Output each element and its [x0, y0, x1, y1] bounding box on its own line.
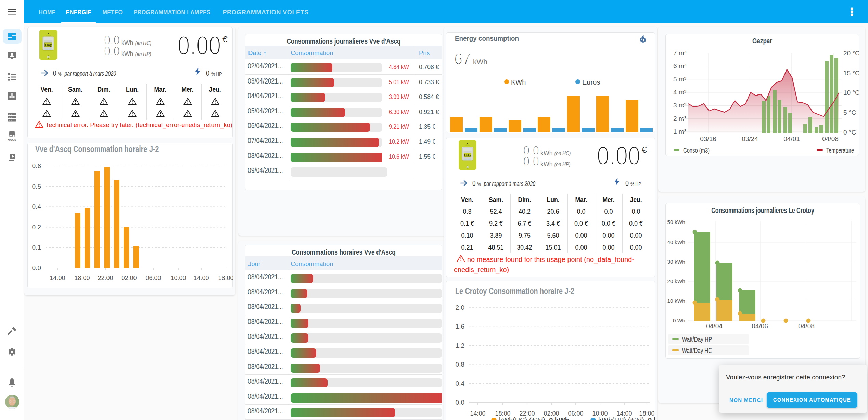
svg-text:06:00: 06:00: [568, 410, 583, 417]
svg-text:kWh(HC) (+2d): 0 kWh: kWh(HC) (+2d): 0 kWh: [499, 416, 569, 420]
svg-text:Linky: Linky: [465, 144, 470, 146]
svg-text:15 °C: 15 °C: [843, 69, 859, 77]
svg-text:50 kWh: 50 kWh: [667, 219, 685, 225]
svg-text:18:00: 18:00: [495, 410, 510, 417]
svg-text:5 °C: 5 °C: [843, 109, 856, 116]
svg-text:04/08: 04/08: [822, 135, 839, 142]
svg-text:18:00: 18:00: [218, 275, 233, 281]
svg-text:Linky: Linky: [46, 34, 51, 36]
svg-text:Watt/Day HP: Watt/Day HP: [682, 335, 712, 343]
svg-text:14:00: 14:00: [193, 275, 209, 281]
svg-text:10:00: 10:00: [592, 410, 608, 417]
svg-text:22:00: 22:00: [98, 275, 113, 281]
svg-text:04/01: 04/01: [783, 135, 800, 142]
svg-text:2.0: 2.0: [456, 304, 464, 311]
svg-text:0.8: 0.8: [456, 361, 464, 368]
svg-text:0.5: 0.5: [32, 183, 41, 190]
svg-text:40 kWh: 40 kWh: [667, 239, 685, 245]
svg-text:18:00: 18:00: [639, 410, 654, 417]
svg-text:0.0: 0.0: [32, 264, 41, 271]
svg-text:0.6: 0.6: [32, 162, 41, 169]
svg-text:04/06: 04/06: [752, 322, 768, 330]
svg-text:22:00: 22:00: [519, 410, 535, 417]
svg-text:Conso (m3): Conso (m3): [683, 147, 710, 154]
svg-text:Watt/Day HC: Watt/Day HC: [682, 347, 712, 354]
svg-text:0.0: 0.0: [456, 399, 464, 406]
svg-text:10:00: 10:00: [170, 275, 186, 281]
svg-text:30 kWh: 30 kWh: [667, 259, 685, 265]
svg-text:03/24: 03/24: [742, 135, 758, 142]
svg-text:02:00: 02:00: [121, 275, 137, 281]
svg-text:14:00: 14:00: [50, 275, 65, 281]
svg-text:kWh(HP) (+2d): 0 kWh: kWh(HP) (+2d): 0 kWh: [598, 416, 655, 420]
svg-text:1.2: 1.2: [456, 342, 464, 349]
svg-text:06:00: 06:00: [145, 275, 161, 281]
svg-text:Linky: Linky: [45, 43, 52, 47]
svg-text:20 kWh: 20 kWh: [667, 278, 685, 284]
svg-text:0.1: 0.1: [32, 244, 41, 251]
svg-text:Linky: Linky: [464, 154, 471, 157]
svg-text:10 kWh: 10 kWh: [667, 298, 685, 304]
svg-text:14:00: 14:00: [616, 410, 632, 417]
svg-text:02:00: 02:00: [544, 410, 559, 417]
svg-text:03/16: 03/16: [700, 135, 716, 142]
svg-text:14:00: 14:00: [470, 410, 485, 417]
svg-text:0 °C: 0 °C: [843, 129, 856, 136]
svg-text:04/08: 04/08: [798, 322, 815, 330]
svg-text:04/04: 04/04: [706, 322, 723, 330]
svg-text:20 °C: 20 °C: [843, 50, 859, 57]
svg-text:18:00: 18:00: [74, 275, 90, 281]
svg-text:0.2: 0.2: [32, 224, 41, 231]
svg-text:10 °C: 10 °C: [843, 89, 859, 96]
svg-text:0.4: 0.4: [456, 380, 465, 387]
svg-text:Temperature: Temperature: [826, 147, 854, 154]
svg-text:1.6: 1.6: [456, 323, 464, 330]
svg-text:0 Wh: 0 Wh: [673, 318, 685, 323]
svg-text:0.4: 0.4: [32, 203, 41, 210]
